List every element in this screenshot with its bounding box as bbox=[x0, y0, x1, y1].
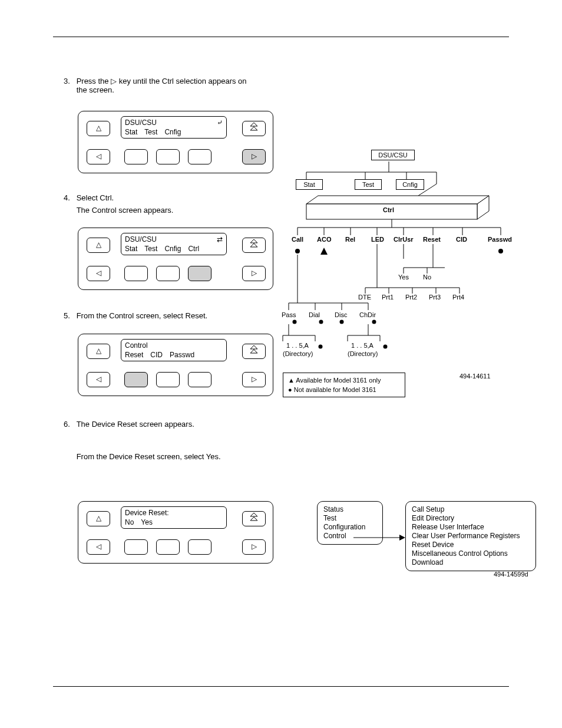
svg-point-38 bbox=[293, 320, 297, 324]
key-f2[interactable] bbox=[156, 372, 180, 387]
front-panel-4: Device Reset: No Yes bbox=[78, 501, 273, 564]
arrow-icon bbox=[353, 534, 406, 541]
key-f1[interactable] bbox=[124, 539, 148, 555]
step-6-num: 6. bbox=[64, 420, 74, 429]
tree-no: No bbox=[423, 274, 431, 281]
key-up[interactable] bbox=[87, 238, 110, 253]
key-f1[interactable] bbox=[124, 372, 148, 387]
dot-icon: ● bbox=[288, 386, 294, 393]
key-f1[interactable] bbox=[124, 149, 148, 164]
lcd-2: DSU/CSU⇄ Stat Test Cnfig Ctrl bbox=[121, 233, 227, 255]
rule-top bbox=[53, 37, 509, 37]
svg-point-46 bbox=[319, 345, 323, 349]
key-up[interactable] bbox=[87, 511, 110, 526]
key-f2[interactable] bbox=[156, 539, 180, 555]
step-4-num: 4. bbox=[64, 193, 74, 202]
tree-rel: Rel bbox=[345, 236, 355, 243]
menu-tree-diagram: DSU/CSU bbox=[283, 150, 518, 403]
key-left[interactable] bbox=[87, 539, 110, 555]
tree-pass: Pass bbox=[282, 311, 296, 318]
triangle-icon: ▲ bbox=[288, 377, 296, 384]
rule-bottom bbox=[53, 686, 509, 687]
svg-point-18 bbox=[295, 249, 300, 253]
tree-cid: CID bbox=[456, 236, 467, 243]
tree-clrusr: ClrUsr bbox=[394, 236, 414, 243]
step-5-num: 5. bbox=[64, 311, 74, 320]
key-right[interactable] bbox=[242, 266, 266, 281]
tree-chdir-sub2: (Directory) bbox=[348, 350, 378, 357]
tree-yes: Yes bbox=[398, 274, 409, 281]
step-5: 5. From the Control screen, select Reset… bbox=[64, 311, 264, 320]
front-panel-1: DSU/CSU⤶ Stat Test Cnfig bbox=[78, 111, 273, 173]
front-panel-2: DSU/CSU⇄ Stat Test Cnfig Ctrl bbox=[78, 228, 273, 290]
tree-ref: 494-14611 bbox=[459, 373, 491, 380]
key-left[interactable] bbox=[87, 149, 110, 164]
front-panel-3: Control Reset CID Passwd bbox=[78, 334, 273, 396]
key-f1[interactable] bbox=[124, 266, 148, 281]
key-left[interactable] bbox=[87, 266, 110, 281]
key-f3[interactable] bbox=[188, 149, 211, 164]
tree-dte: DTE bbox=[358, 294, 371, 301]
tree-pass-sub: 1 . . 5,A bbox=[286, 342, 309, 349]
key-up[interactable] bbox=[87, 121, 110, 136]
key-double-up[interactable] bbox=[242, 121, 266, 136]
lcd-1: DSU/CSU⤶ Stat Test Cnfig bbox=[121, 116, 227, 139]
step-3: 3. Press the ▷ key until the Ctrl select… bbox=[64, 77, 264, 94]
flow-ref: 494-14599d bbox=[494, 571, 528, 578]
tree-prt1: Prt1 bbox=[382, 294, 394, 301]
step-3-num: 3. bbox=[64, 77, 74, 85]
step-4: 4. Select Ctrl. The Control screen appea… bbox=[64, 193, 264, 215]
tree-chdir: ChDir bbox=[359, 311, 376, 318]
tree-chdir-sub: 1 . . 5,A bbox=[351, 342, 373, 349]
tree-passwd: Passwd bbox=[488, 236, 512, 243]
tree-disc: Disc bbox=[335, 311, 347, 318]
svg-point-41 bbox=[372, 320, 376, 324]
tree-prt4: Prt4 bbox=[452, 294, 464, 301]
lcd-4: Device Reset: No Yes bbox=[121, 506, 227, 529]
tree-cnfig: Cnfig bbox=[396, 179, 424, 190]
async-flow-diagram: Status Test Configuration Control Call S… bbox=[317, 501, 553, 572]
step-6: 6. The Device Reset screen appears. From… bbox=[64, 420, 264, 461]
key-double-up[interactable] bbox=[242, 238, 266, 253]
tree-stat: Stat bbox=[296, 179, 323, 190]
key-f2[interactable] bbox=[156, 266, 180, 281]
right-arrow-icon: ▷ bbox=[111, 77, 117, 85]
key-left[interactable] bbox=[87, 372, 110, 387]
step-5-text: From the Control screen, select Reset. bbox=[77, 311, 253, 320]
key-double-up[interactable] bbox=[242, 344, 266, 359]
key-right[interactable] bbox=[242, 539, 266, 555]
key-f3[interactable] bbox=[188, 372, 211, 387]
key-right[interactable] bbox=[242, 372, 266, 387]
key-f3[interactable] bbox=[188, 266, 211, 281]
tree-dial: Dial bbox=[309, 311, 320, 318]
tree-call: Call bbox=[292, 236, 303, 243]
svg-point-40 bbox=[340, 320, 344, 324]
key-f2[interactable] bbox=[156, 149, 180, 164]
lcd-3: Control Reset CID Passwd bbox=[121, 339, 227, 361]
tree-prt3: Prt3 bbox=[429, 294, 441, 301]
key-double-up[interactable] bbox=[242, 511, 266, 526]
tree-ctrl: Ctrl bbox=[383, 206, 394, 213]
key-up[interactable] bbox=[87, 344, 110, 359]
tree-legend: ▲ Available for Model 3161 only ● Not av… bbox=[283, 373, 405, 397]
tree-led: LED bbox=[371, 236, 384, 243]
tree-reset: Reset bbox=[423, 236, 441, 243]
svg-point-51 bbox=[384, 345, 388, 349]
key-f3[interactable] bbox=[188, 539, 211, 555]
tree-pass-sub2: (Directory) bbox=[283, 350, 313, 357]
tree-prt2: Prt2 bbox=[405, 294, 417, 301]
tree-test: Test bbox=[355, 179, 382, 190]
step-4-text: Select Ctrl. The Control screen appears. bbox=[77, 193, 253, 215]
svg-point-39 bbox=[319, 320, 323, 324]
step-6-text: The Device Reset screen appears. From th… bbox=[77, 420, 253, 461]
flow-right-box: Call Setup Edit Directory Release User I… bbox=[405, 501, 536, 571]
svg-point-19 bbox=[498, 249, 503, 253]
step-3-text: Press the ▷ key until the Ctrl selection… bbox=[77, 77, 253, 94]
tree-aco: ACO bbox=[317, 236, 331, 243]
key-right[interactable] bbox=[242, 149, 266, 164]
